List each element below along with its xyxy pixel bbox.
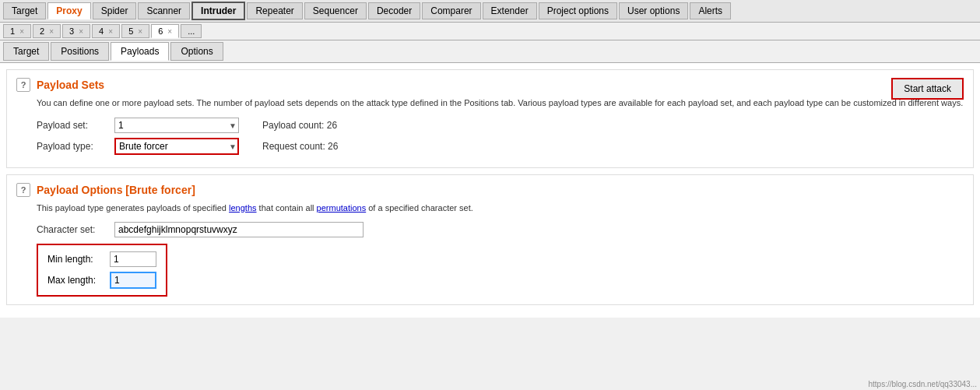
payload-type-select[interactable]: Simple list Runtime file Custom iterator… bbox=[114, 138, 239, 155]
subtab-options[interactable]: Options bbox=[170, 42, 223, 61]
subtab-payloads[interactable]: Payloads bbox=[111, 42, 169, 61]
tab-intruder[interactable]: Intruder bbox=[191, 2, 245, 20]
payload-type-select-wrapper: Simple list Runtime file Custom iterator… bbox=[114, 138, 239, 155]
length-box: Min length: Max length: bbox=[37, 244, 167, 297]
max-length-label: Max length: bbox=[47, 275, 110, 286]
close-tab-6-icon[interactable]: × bbox=[167, 27, 172, 36]
tab-decoder[interactable]: Decoder bbox=[368, 2, 420, 19]
request-count-label-value: Request count: 26 bbox=[262, 141, 338, 152]
min-length-label: Min length: bbox=[47, 254, 110, 265]
close-tab-2-icon[interactable]: × bbox=[49, 27, 54, 36]
payload-options-header: ? Payload Options [Brute forcer] bbox=[16, 183, 964, 197]
tab-project-options[interactable]: Project options bbox=[539, 2, 617, 19]
payload-options-title: Payload Options [Brute forcer] bbox=[37, 184, 195, 196]
tab-proxy[interactable]: Proxy bbox=[47, 2, 90, 19]
payload-sets-header: ? Payload Sets bbox=[16, 78, 964, 92]
payload-set-select[interactable]: 1 2 3 bbox=[114, 118, 239, 133]
payload-options-help-icon[interactable]: ? bbox=[16, 183, 30, 197]
payload-sets-section: Start attack ? Payload Sets You can defi… bbox=[6, 69, 974, 168]
num-tab-more[interactable]: ... bbox=[181, 24, 202, 38]
close-tab-3-icon[interactable]: × bbox=[79, 27, 83, 36]
desc-text-start: This payload type generates payloads of … bbox=[37, 203, 229, 213]
close-tab-5-icon[interactable]: × bbox=[138, 27, 142, 36]
payload-sets-description: You can define one or more payload sets.… bbox=[37, 97, 964, 110]
max-length-row: Max length: bbox=[47, 272, 156, 289]
tab-comparer[interactable]: Comparer bbox=[422, 2, 480, 19]
payload-sets-title: Payload Sets bbox=[37, 79, 104, 91]
payload-count-number: 26 bbox=[327, 120, 337, 131]
max-length-input[interactable] bbox=[110, 272, 156, 289]
num-tab-2[interactable]: 2 × bbox=[33, 24, 61, 38]
tab-alerts[interactable]: Alerts bbox=[690, 2, 731, 19]
tab-repeater[interactable]: Repeater bbox=[247, 2, 302, 19]
tab-extender[interactable]: Extender bbox=[483, 2, 537, 19]
start-attack-button[interactable]: Start attack bbox=[891, 78, 964, 100]
min-length-row: Min length: bbox=[47, 251, 156, 267]
num-tab-6[interactable]: 6 × bbox=[151, 24, 179, 38]
payload-options-description: This payload type generates payloads of … bbox=[37, 202, 964, 215]
character-set-input[interactable] bbox=[114, 222, 364, 237]
payload-type-row: Payload type: Simple list Runtime file C… bbox=[37, 138, 964, 155]
sub-tabs-row: Target Positions Payloads Options bbox=[0, 40, 980, 63]
payload-count-label: Payload count: bbox=[262, 120, 324, 131]
payload-set-row: Payload set: 1 2 3 ▼ Payload count: 26 bbox=[37, 118, 964, 133]
tab-user-options[interactable]: User options bbox=[619, 2, 688, 19]
payload-type-label: Payload type: bbox=[37, 141, 114, 152]
tab-target[interactable]: Target bbox=[3, 2, 46, 19]
desc-text-middle: that contain all bbox=[257, 203, 317, 213]
min-length-input[interactable] bbox=[110, 251, 156, 267]
character-set-label: Character set: bbox=[37, 224, 114, 235]
num-tab-3[interactable]: 3 × bbox=[62, 24, 90, 38]
subtab-target[interactable]: Target bbox=[3, 42, 49, 61]
number-tabs-row: 1 × 2 × 3 × 4 × 5 × 6 × ... bbox=[0, 23, 980, 40]
subtab-positions[interactable]: Positions bbox=[51, 42, 109, 61]
payload-set-label: Payload set: bbox=[37, 120, 114, 131]
payload-sets-help-icon[interactable]: ? bbox=[16, 78, 30, 92]
payload-set-select-wrapper: 1 2 3 ▼ bbox=[114, 118, 239, 133]
character-set-row: Character set: bbox=[37, 222, 964, 237]
main-content: Start attack ? Payload Sets You can defi… bbox=[0, 63, 980, 318]
close-tab-4-icon[interactable]: × bbox=[108, 27, 113, 36]
request-count-label: Request count: bbox=[262, 141, 325, 152]
tab-spider[interactable]: Spider bbox=[93, 2, 137, 19]
num-tab-5[interactable]: 5 × bbox=[121, 24, 149, 38]
tab-scanner[interactable]: Scanner bbox=[138, 2, 190, 19]
payload-options-section: ? Payload Options [Brute forcer] This pa… bbox=[6, 174, 974, 306]
num-tab-4[interactable]: 4 × bbox=[92, 24, 120, 38]
desc-link-lengths[interactable]: lengths bbox=[229, 203, 256, 213]
request-count-val: 26 bbox=[328, 141, 338, 152]
num-tab-1[interactable]: 1 × bbox=[3, 24, 31, 38]
tab-sequencer[interactable]: Sequencer bbox=[304, 2, 367, 19]
payload-count-label-value: Payload count: 26 bbox=[262, 120, 337, 131]
desc-link-permutations[interactable]: permutations bbox=[317, 203, 367, 213]
close-tab-1-icon[interactable]: × bbox=[19, 27, 24, 36]
desc-text-end: of a specified character set. bbox=[366, 203, 473, 213]
top-menu-bar: Target Proxy Spider Scanner Intruder Rep… bbox=[0, 0, 980, 23]
